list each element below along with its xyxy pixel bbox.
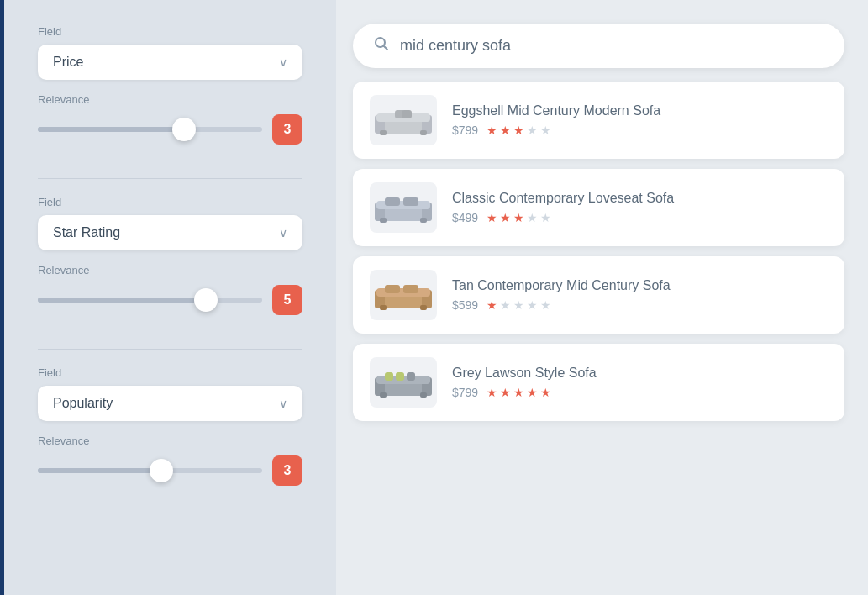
- svg-rect-15: [420, 218, 427, 223]
- relevance-label-3: Relevance: [38, 434, 302, 447]
- svg-rect-9: [402, 110, 412, 118]
- product-price-2: $499: [452, 211, 478, 224]
- product-name-2: Classic Contemporary Loveseat Sofa: [452, 191, 828, 206]
- svg-rect-6: [380, 130, 387, 135]
- product-stars-2: ★ ★ ★ ★ ★: [487, 211, 551, 224]
- price-slider-track[interactable]: [38, 127, 262, 132]
- search-input-value: mid century sofa: [400, 37, 511, 55]
- divider-1: [38, 178, 302, 179]
- result-card-2[interactable]: Classic Contemporary Loveseat Sofa $499 …: [353, 169, 844, 246]
- search-icon: [373, 35, 390, 56]
- svg-rect-25: [403, 285, 418, 293]
- svg-rect-34: [407, 372, 415, 381]
- popularity-dropdown-arrow: ∨: [279, 397, 287, 410]
- product-info-4: Grey Lawson Style Sofa $799 ★ ★ ★ ★ ★: [452, 366, 828, 399]
- svg-rect-16: [385, 197, 400, 206]
- product-stars-4: ★ ★ ★ ★ ★: [487, 386, 551, 399]
- filter-group-star-rating: Field Star Rating ∨ Relevance 5: [38, 196, 302, 315]
- product-image-4: [370, 357, 437, 408]
- product-meta-3: $599 ★ ★ ★ ★ ★: [452, 298, 828, 312]
- divider-2: [38, 349, 302, 350]
- star-rating-slider-fill: [38, 298, 206, 303]
- product-image-1: [370, 95, 437, 145]
- results-list: Eggshell Mid Century Modern Sofa $799 ★ …: [353, 82, 844, 421]
- svg-rect-30: [380, 392, 387, 398]
- app-container: Field Price ∨ Relevance 3 Field Star Rat…: [0, 0, 868, 595]
- star-rating-dropdown-value: Star Rating: [53, 225, 120, 240]
- svg-rect-14: [380, 218, 387, 223]
- popularity-dropdown[interactable]: Popularity ∨: [38, 386, 302, 421]
- star-rating-slider-track[interactable]: [38, 298, 262, 303]
- filter-group-price: Field Price ∨ Relevance 3: [38, 25, 302, 145]
- field-label-2: Field: [38, 196, 302, 208]
- svg-rect-33: [396, 372, 404, 381]
- product-name-1: Eggshell Mid Century Modern Sofa: [452, 103, 828, 118]
- product-name-3: Tan Contemporary Mid Century Sofa: [452, 278, 828, 293]
- relevance-label-2: Relevance: [38, 264, 302, 276]
- search-bar[interactable]: mid century sofa: [353, 24, 844, 68]
- price-dropdown[interactable]: Price ∨: [38, 45, 302, 80]
- product-price-1: $799: [452, 124, 478, 137]
- star-rating-slider-thumb[interactable]: [194, 288, 218, 312]
- svg-rect-24: [385, 285, 400, 293]
- price-slider-fill: [38, 127, 184, 132]
- product-meta-2: $499 ★ ★ ★ ★ ★: [452, 211, 828, 224]
- result-card-3[interactable]: Tan Contemporary Mid Century Sofa $599 ★…: [353, 256, 844, 334]
- svg-line-1: [384, 46, 388, 50]
- popularity-dropdown-value: Popularity: [53, 396, 113, 411]
- product-info-2: Classic Contemporary Loveseat Sofa $499 …: [452, 191, 828, 224]
- price-slider-badge: 3: [272, 114, 302, 145]
- product-image-3: [370, 270, 437, 320]
- product-name-4: Grey Lawson Style Sofa: [452, 366, 828, 381]
- result-card-1[interactable]: Eggshell Mid Century Modern Sofa $799 ★ …: [353, 82, 844, 159]
- popularity-slider-fill: [38, 468, 161, 473]
- popularity-slider-thumb[interactable]: [150, 459, 173, 482]
- field-label-3: Field: [38, 366, 302, 379]
- price-slider-thumb[interactable]: [172, 118, 196, 141]
- star-rating-dropdown-arrow: ∨: [279, 226, 287, 240]
- price-dropdown-arrow: ∨: [279, 55, 287, 69]
- product-meta-4: $799 ★ ★ ★ ★ ★: [452, 386, 828, 399]
- sidebar: Field Price ∨ Relevance 3 Field Star Rat…: [0, 0, 336, 595]
- popularity-slider-row: 3: [38, 455, 302, 486]
- star-rating-slider-row: 5: [38, 285, 302, 315]
- svg-rect-23: [420, 305, 427, 310]
- price-slider-row: 3: [38, 114, 302, 145]
- product-price-4: $799: [452, 386, 478, 399]
- field-label-1: Field: [38, 25, 302, 38]
- product-info-3: Tan Contemporary Mid Century Sofa $599 ★…: [452, 278, 828, 312]
- popularity-slider-track[interactable]: [38, 468, 262, 473]
- svg-rect-22: [380, 305, 387, 310]
- main-content: mid century sofa: [336, 0, 868, 595]
- svg-rect-31: [420, 392, 427, 398]
- filter-group-popularity: Field Popularity ∨ Relevance 3: [38, 366, 302, 486]
- svg-rect-32: [385, 372, 393, 381]
- product-price-3: $599: [452, 298, 478, 312]
- product-info-1: Eggshell Mid Century Modern Sofa $799 ★ …: [452, 103, 828, 137]
- star-rating-dropdown[interactable]: Star Rating ∨: [38, 215, 302, 250]
- product-image-2: [370, 182, 437, 233]
- result-card-4[interactable]: Grey Lawson Style Sofa $799 ★ ★ ★ ★ ★: [353, 344, 844, 421]
- svg-rect-17: [403, 197, 418, 206]
- product-stars-1: ★ ★ ★ ★ ★: [487, 124, 551, 137]
- relevance-label-1: Relevance: [38, 93, 302, 106]
- product-stars-3: ★ ★ ★ ★ ★: [487, 298, 551, 312]
- star-rating-slider-badge: 5: [272, 285, 302, 315]
- price-dropdown-value: Price: [53, 55, 83, 70]
- svg-rect-7: [420, 130, 427, 135]
- popularity-slider-badge: 3: [272, 455, 302, 486]
- product-meta-1: $799 ★ ★ ★ ★ ★: [452, 124, 828, 137]
